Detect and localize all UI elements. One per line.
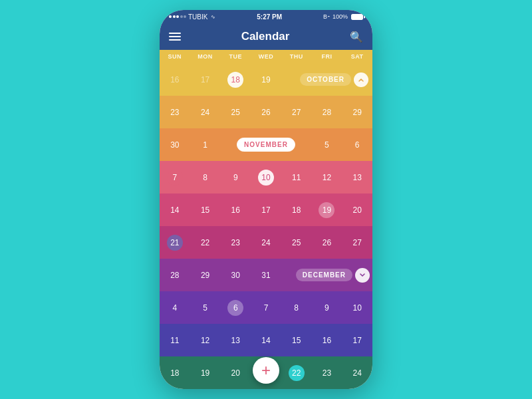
status-bar: TUBIK ∿ 5:27 PM B⁃ 100% bbox=[160, 10, 372, 23]
carrier-label: TUBIK bbox=[188, 13, 207, 21]
cal-cell[interactable]: 12 bbox=[312, 161, 342, 194]
cal-row: 7 8 9 10 11 12 13 bbox=[160, 161, 372, 194]
cal-cell[interactable]: 14 bbox=[160, 194, 190, 226]
cal-cell[interactable]: 16 bbox=[312, 324, 342, 356]
status-right: B⁃ 100% bbox=[323, 13, 363, 20]
wifi-icon: ∿ bbox=[211, 14, 215, 20]
bluetooth-icon: B⁃ bbox=[323, 13, 331, 20]
cal-cell[interactable]: 5 bbox=[190, 291, 221, 324]
cal-cell[interactable]: 5 bbox=[312, 128, 342, 161]
header-tue: TUE bbox=[220, 50, 251, 63]
november-badge: NOVEMBER bbox=[237, 138, 295, 152]
cal-cell[interactable]: 1 bbox=[190, 128, 221, 161]
cal-cell[interactable]: 16 bbox=[220, 194, 251, 226]
cal-cell[interactable]: 27 bbox=[281, 96, 312, 128]
cal-cell[interactable]: 26 bbox=[251, 96, 281, 128]
chevron-up-button[interactable] bbox=[354, 72, 368, 87]
cal-cell[interactable]: 6 bbox=[342, 128, 372, 161]
search-icon[interactable]: 🔍 bbox=[350, 31, 363, 43]
cal-cell[interactable]: 18 bbox=[160, 356, 190, 389]
cal-cell[interactable]: 20 bbox=[342, 194, 372, 226]
cal-cell[interactable]: 23 bbox=[312, 356, 342, 389]
cal-cell[interactable]: 23 bbox=[160, 96, 190, 128]
cal-cell[interactable]: 21 bbox=[160, 226, 190, 259]
cal-row: 30 1 NOVEMBER 5 6 bbox=[160, 128, 372, 161]
cal-cell[interactable]: 31 bbox=[251, 259, 281, 291]
cal-cell[interactable]: 12 bbox=[190, 324, 221, 356]
cal-cell[interactable]: 8 bbox=[281, 291, 312, 324]
phone-frame: TUBIK ∿ 5:27 PM B⁃ 100% Calendar 🔍 SUN M… bbox=[160, 10, 372, 389]
cal-cell[interactable]: 15 bbox=[190, 194, 221, 226]
cal-cell[interactable]: 18 bbox=[220, 63, 251, 96]
header-sat: SAT bbox=[342, 50, 372, 63]
cal-cell[interactable]: 30 bbox=[160, 128, 190, 161]
cal-cell[interactable]: 25 bbox=[281, 226, 312, 259]
cal-cell[interactable]: 9 bbox=[220, 161, 251, 194]
cal-cell[interactable]: 20 bbox=[220, 356, 251, 389]
header-fri: FRI bbox=[312, 50, 342, 63]
cal-cell[interactable]: 23 bbox=[220, 226, 251, 259]
dot3 bbox=[176, 15, 179, 18]
cal-cell[interactable]: 4 bbox=[160, 291, 190, 324]
battery-icon bbox=[351, 14, 363, 20]
cal-cell[interactable]: 14 bbox=[251, 324, 281, 356]
cal-cell[interactable]: 24 bbox=[251, 226, 281, 259]
status-left: TUBIK ∿ bbox=[169, 13, 215, 21]
cal-cell[interactable]: 22 bbox=[281, 356, 312, 389]
dot1 bbox=[169, 15, 172, 18]
battery-pct: 100% bbox=[332, 13, 348, 20]
chevron-down-button[interactable] bbox=[355, 268, 370, 283]
cal-cell[interactable]: 29 bbox=[190, 259, 221, 291]
day-headers: SUN MON TUE WED THU FRI SAT bbox=[160, 50, 372, 63]
cal-cell[interactable]: 28 bbox=[160, 259, 190, 291]
cal-cell[interactable]: 25 bbox=[220, 96, 251, 128]
cal-cell[interactable]: 6 bbox=[220, 291, 251, 324]
cal-cell[interactable]: 17 bbox=[190, 63, 221, 96]
november-label-cell: NOVEMBER bbox=[220, 128, 311, 161]
cal-row: 16 17 18 19 OCTOBER bbox=[160, 63, 372, 96]
cal-cell[interactable]: 17 bbox=[251, 194, 281, 226]
dot4 bbox=[180, 15, 183, 18]
header-thu: THU bbox=[281, 50, 312, 63]
cal-cell[interactable]: 24 bbox=[190, 96, 221, 128]
cal-cell[interactable]: 19 bbox=[312, 194, 342, 226]
cal-cell[interactable]: 28 bbox=[312, 96, 342, 128]
cal-row: 14 15 16 17 18 19 20 bbox=[160, 194, 372, 226]
cal-cell[interactable]: 17 bbox=[342, 324, 372, 356]
dot2 bbox=[173, 15, 176, 18]
cal-cell[interactable]: 27 bbox=[342, 226, 372, 259]
cal-cell[interactable]: 8 bbox=[190, 161, 221, 194]
cal-cell[interactable]: 13 bbox=[342, 161, 372, 194]
cal-cell[interactable]: 15 bbox=[281, 324, 312, 356]
menu-button[interactable] bbox=[169, 33, 181, 41]
header-sun: SUN bbox=[160, 50, 190, 63]
cal-cell[interactable]: 13 bbox=[220, 324, 251, 356]
cal-cell[interactable]: 24 bbox=[342, 356, 372, 389]
cal-cell[interactable]: 11 bbox=[160, 324, 190, 356]
cal-cell[interactable]: 18 bbox=[281, 194, 312, 226]
october-badge: OCTOBER bbox=[300, 73, 351, 86]
nav-title: Calendar bbox=[241, 30, 290, 43]
cal-cell[interactable]: 9 bbox=[312, 291, 342, 324]
cal-cell[interactable]: 10 bbox=[342, 291, 372, 324]
october-label-cell: OCTOBER bbox=[281, 63, 372, 96]
cal-cell[interactable]: 30 bbox=[220, 259, 251, 291]
cal-row: 21 22 23 24 25 26 27 bbox=[160, 226, 372, 259]
signal-dots bbox=[169, 15, 186, 18]
calendar-wrapper: SUN MON TUE WED THU FRI SAT 16 17 18 19 … bbox=[160, 50, 372, 389]
add-event-button[interactable]: + bbox=[253, 357, 279, 384]
cal-cell[interactable]: 10 bbox=[251, 161, 281, 194]
cal-cell[interactable]: 26 bbox=[312, 226, 342, 259]
cal-row: 23 24 25 26 27 28 29 bbox=[160, 96, 372, 128]
header-mon: MON bbox=[190, 50, 221, 63]
cal-cell[interactable]: 7 bbox=[160, 161, 190, 194]
cal-cell[interactable]: 29 bbox=[342, 96, 372, 128]
cal-cell[interactable]: 22 bbox=[190, 226, 221, 259]
cal-cell[interactable]: 19 bbox=[190, 356, 221, 389]
time-display: 5:27 PM bbox=[257, 13, 282, 21]
cal-cell[interactable]: 19 bbox=[251, 63, 281, 96]
cal-row: 11 12 13 14 15 16 17 bbox=[160, 324, 372, 356]
cal-cell[interactable]: 7 bbox=[251, 291, 281, 324]
cal-cell[interactable]: 16 bbox=[160, 63, 190, 96]
cal-cell[interactable]: 11 bbox=[281, 161, 312, 194]
